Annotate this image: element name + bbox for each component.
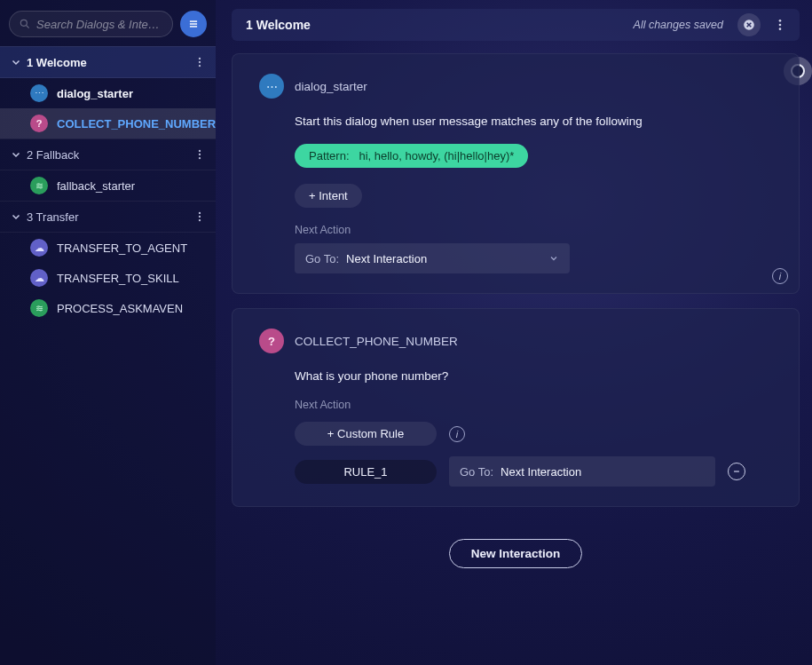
search-row: Search Dialogs & Interacti… (0, 7, 216, 46)
dialog-menu-button[interactable] (189, 51, 210, 73)
add-custom-rule-button[interactable]: + Custom Rule (295, 422, 437, 446)
chevron-down-icon (11, 57, 23, 67)
dialog-header-transfer[interactable]: 3 Transfer (0, 201, 216, 233)
goto-value: Next Interaction (346, 252, 427, 265)
sidebar-item-transfer-skill[interactable]: ☁ TRANSFER_TO_SKILL (0, 263, 216, 293)
next-action-label: Next Action (295, 224, 772, 236)
search-icon (19, 18, 31, 30)
next-action-block: Next Action Go To: Next Interaction (295, 224, 772, 273)
next-action-label: Next Action (295, 399, 772, 411)
svg-point-7 (199, 65, 201, 67)
question-icon: ? (259, 329, 284, 353)
sidebar-item-label: fallback_starter (57, 179, 135, 193)
interaction-card-dialog-starter: ⋯ dialog_starter Start this dialog when … (232, 53, 800, 294)
card-body: Start this dialog when user message matc… (259, 115, 772, 273)
main: 1 Welcome All changes saved ⋯ dialog_sta… (216, 0, 812, 665)
svg-point-18 (779, 24, 782, 27)
dialog-menu-button[interactable] (189, 144, 210, 165)
dialog-header-welcome[interactable]: 1 Welcome (0, 46, 216, 78)
svg-point-11 (199, 212, 201, 214)
svg-point-10 (199, 157, 201, 159)
card-header: ⋯ dialog_starter (259, 74, 772, 99)
add-intent-button[interactable]: + Intent (295, 184, 362, 208)
sidebar: Search Dialogs & Interacti… 1 Welcome ⋯ … (0, 0, 216, 665)
sidebar-item-label: PROCESS_ASKMAVEN (57, 302, 183, 315)
sidebar-item-label: TRANSFER_TO_AGENT (57, 241, 187, 255)
message-icon: ⋯ (259, 74, 284, 99)
topbar-menu-button[interactable] (769, 14, 791, 36)
custom-rule-row: + Custom Rule i (295, 422, 772, 446)
goto-label: Go To: (305, 252, 339, 265)
dialog-title: 2 Fallback (27, 148, 189, 162)
chevron-down-icon (11, 211, 23, 222)
menu-icon (187, 18, 200, 30)
dialog-menu-button[interactable] (189, 206, 210, 227)
topbar: 1 Welcome All changes saved (232, 9, 800, 41)
new-interaction-button[interactable]: New Interaction (449, 539, 583, 568)
rule-1-row: RULE_1 Go To: Next Interaction (295, 456, 772, 487)
menu-toggle-button[interactable] (180, 11, 207, 37)
info-icon[interactable]: i (772, 268, 788, 284)
svg-point-17 (779, 20, 782, 22)
remove-rule-button[interactable] (728, 463, 745, 480)
card-body: What is your phone number? Next Action +… (259, 369, 772, 487)
svg-point-5 (199, 58, 201, 59)
footer-row: New Interaction (232, 539, 800, 568)
svg-point-9 (199, 154, 201, 155)
goto-value: Next Interaction (501, 465, 581, 479)
svg-line-1 (27, 26, 29, 28)
clear-button[interactable] (737, 13, 761, 36)
card-intro-text: Start this dialog when user message matc… (295, 115, 772, 128)
fallback-icon: ≋ (30, 177, 48, 194)
chevron-down-icon (11, 149, 23, 160)
goto-select[interactable]: Go To: Next Interaction (295, 243, 570, 273)
sidebar-item-transfer-agent[interactable]: ☁ TRANSFER_TO_AGENT (0, 233, 216, 263)
sidebar-item-process-askmaven[interactable]: ≋ PROCESS_ASKMAVEN (0, 293, 216, 323)
question-icon: ? (30, 115, 48, 132)
dialog-header-fallback[interactable]: 2 Fallback (0, 139, 216, 170)
rule-name-button[interactable]: RULE_1 (295, 460, 437, 484)
search-placeholder: Search Dialogs & Interacti… (36, 18, 163, 31)
dialog-title: 1 Welcome (27, 56, 189, 69)
sidebar-item-label: COLLECT_PHONE_NUMBER (57, 117, 216, 131)
svg-point-6 (199, 61, 201, 63)
card-title: COLLECT_PHONE_NUMBER (295, 335, 458, 348)
chevron-down-icon (548, 253, 559, 264)
cloud-icon: ☁ (30, 269, 48, 287)
save-status: All changes saved (634, 19, 723, 31)
pattern-value: hi, hello, howdy, (hi|hello|hey)* (359, 149, 514, 162)
svg-point-12 (199, 216, 201, 218)
goto-label: Go To: (460, 465, 493, 479)
question-text: What is your phone number? (295, 369, 772, 383)
rule-goto-select[interactable]: Go To: Next Interaction (449, 456, 715, 487)
page-title: 1 Welcome (246, 18, 625, 32)
sidebar-item-label: TRANSFER_TO_SKILL (57, 272, 179, 285)
message-icon: ⋯ (30, 84, 48, 102)
dialog-title: 3 Transfer (27, 210, 189, 224)
pattern-chip[interactable]: Pattern: hi, hello, howdy, (hi|hello|hey… (295, 144, 528, 168)
svg-point-0 (20, 20, 27, 26)
sidebar-item-dialog-starter[interactable]: ⋯ dialog_starter (0, 78, 216, 108)
sidebar-item-collect-phone[interactable]: ? COLLECT_PHONE_NUMBER (0, 108, 216, 139)
cloud-icon: ☁ (30, 239, 48, 257)
card-header: ? COLLECT_PHONE_NUMBER (259, 329, 772, 353)
pattern-label: Pattern: (309, 149, 350, 162)
card-title: dialog_starter (295, 80, 367, 93)
sidebar-item-label: dialog_starter (57, 87, 133, 100)
svg-point-8 (199, 150, 201, 152)
svg-point-13 (199, 219, 201, 221)
info-icon[interactable]: i (449, 426, 465, 442)
interaction-card-collect-phone: ? COLLECT_PHONE_NUMBER What is your phon… (232, 308, 800, 507)
sidebar-item-fallback-starter[interactable]: ≋ fallback_starter (0, 170, 216, 201)
search-input[interactable]: Search Dialogs & Interacti… (9, 11, 173, 37)
card-column: ⋯ dialog_starter Start this dialog when … (232, 53, 800, 653)
next-action-block: Next Action + Custom Rule i RULE_1 Go To… (295, 399, 772, 487)
fallback-icon: ≋ (30, 299, 48, 317)
svg-point-19 (779, 28, 782, 30)
